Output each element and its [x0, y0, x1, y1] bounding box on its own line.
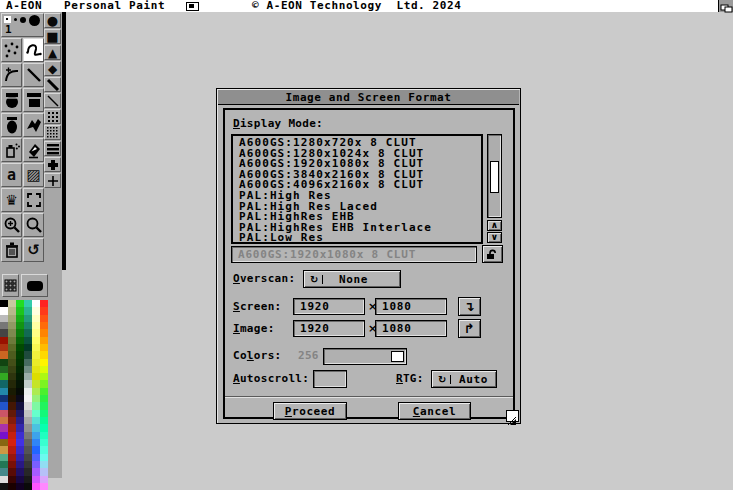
- palette-swatch[interactable]: [0, 424, 8, 431]
- palette-swatch[interactable]: [24, 454, 32, 461]
- autoscroll-checkbox[interactable]: [313, 370, 347, 388]
- palette-swatch[interactable]: [8, 380, 16, 387]
- palette-swatch[interactable]: [0, 454, 8, 461]
- cancel-button[interactable]: Cancel: [398, 402, 471, 420]
- dither-tool[interactable]: ▨: [23, 163, 44, 187]
- palette-swatch[interactable]: [0, 351, 8, 358]
- palette-swatch[interactable]: [8, 395, 16, 402]
- palette-swatch[interactable]: [24, 424, 32, 431]
- palette-swatch[interactable]: [0, 476, 8, 483]
- palette-swatch[interactable]: [32, 454, 40, 461]
- palette-swatch[interactable]: [32, 461, 40, 468]
- copy-screen-to-image-icon[interactable]: ↴: [458, 297, 481, 316]
- palette-swatch[interactable]: [8, 417, 16, 424]
- colors-slider[interactable]: [323, 348, 407, 365]
- palette-swatch[interactable]: [24, 359, 32, 366]
- palette-swatch[interactable]: [16, 322, 24, 329]
- palette-swatch[interactable]: [32, 344, 40, 351]
- palette-swatch[interactable]: [8, 300, 16, 307]
- palette-swatch[interactable]: [32, 417, 40, 424]
- palette-swatch[interactable]: [40, 315, 48, 322]
- menu-program-name[interactable]: Personal Paint: [64, 0, 165, 12]
- palette-swatch[interactable]: [24, 417, 32, 424]
- palette-swatch[interactable]: [32, 322, 40, 329]
- palette-swatch[interactable]: [24, 468, 32, 475]
- palette-swatch[interactable]: [40, 307, 48, 314]
- text-tool[interactable]: a: [1, 163, 22, 187]
- palette-swatch[interactable]: [40, 476, 48, 483]
- palette-swatch[interactable]: [32, 446, 40, 453]
- filled-ellipse-tool[interactable]: [1, 113, 22, 137]
- ellipse-tool[interactable]: [1, 88, 22, 112]
- palette-swatch[interactable]: [16, 329, 24, 336]
- line-thin-button[interactable]: [44, 93, 61, 108]
- palette-swatch[interactable]: [8, 461, 16, 468]
- screen-width-field[interactable]: 1920: [293, 298, 365, 315]
- palette-swatch[interactable]: [40, 322, 48, 329]
- palette-swatch[interactable]: [40, 461, 48, 468]
- palette-swatch[interactable]: [24, 344, 32, 351]
- palette-swatch[interactable]: [40, 439, 48, 446]
- scroll-down-icon[interactable]: ∨: [487, 232, 502, 243]
- palette-swatch[interactable]: [24, 307, 32, 314]
- rtg-cycle-button[interactable]: ↻ Auto: [431, 370, 497, 388]
- palette-swatch[interactable]: [24, 439, 32, 446]
- palette-swatch[interactable]: [0, 483, 8, 490]
- scrollbar-thumb[interactable]: [490, 161, 499, 193]
- palette-swatch[interactable]: [8, 351, 16, 358]
- palette-swatch[interactable]: [16, 337, 24, 344]
- palette-swatch[interactable]: [24, 300, 32, 307]
- palette-swatch[interactable]: [0, 468, 8, 475]
- palette-swatch[interactable]: [8, 446, 16, 453]
- brush-size-selector[interactable]: 1: [1, 13, 44, 37]
- palette-swatch[interactable]: [40, 359, 48, 366]
- shape-diamond-button[interactable]: ◆: [44, 61, 61, 76]
- palette-swatch[interactable]: [24, 351, 32, 358]
- palette-swatch[interactable]: [16, 454, 24, 461]
- palette-swatch[interactable]: [16, 366, 24, 373]
- palette-swatch[interactable]: [0, 432, 8, 439]
- dialog-title[interactable]: Image and Screen Format: [218, 90, 519, 105]
- palette-swatch[interactable]: [40, 417, 48, 424]
- palette-swatch[interactable]: [0, 366, 8, 373]
- palette-swatch[interactable]: [40, 344, 48, 351]
- palette-swatch[interactable]: [32, 410, 40, 417]
- palette-swatch[interactable]: [16, 476, 24, 483]
- palette-swatch[interactable]: [16, 417, 24, 424]
- palette-swatch[interactable]: [8, 373, 16, 380]
- palette-swatch[interactable]: [40, 432, 48, 439]
- plus-bold-button[interactable]: [44, 157, 61, 172]
- palette-swatch[interactable]: [8, 315, 16, 322]
- palette-swatch[interactable]: [32, 315, 40, 322]
- display-mode-scrollbar[interactable]: [487, 134, 502, 218]
- brush-size-3-icon[interactable]: [20, 17, 26, 23]
- palette-swatch[interactable]: [24, 380, 32, 387]
- palette-swatch[interactable]: [16, 468, 24, 475]
- palette-swatch[interactable]: [24, 373, 32, 380]
- palette-swatch[interactable]: [40, 351, 48, 358]
- palette-swatch[interactable]: [16, 461, 24, 468]
- zoom-tool[interactable]: [23, 213, 44, 237]
- palette-swatch[interactable]: [24, 402, 32, 409]
- palette-swatch[interactable]: [24, 322, 32, 329]
- rectangle-tool[interactable]: [23, 88, 44, 112]
- grid-dense-button[interactable]: [44, 125, 61, 140]
- palette-swatch[interactable]: [16, 300, 24, 307]
- scroll-up-icon[interactable]: ∧: [487, 220, 502, 231]
- display-mode-list[interactable]: A600GS:1280x720x 8 CLUTA600GS:1280x1024x…: [231, 134, 483, 244]
- palette-swatch[interactable]: [40, 300, 48, 307]
- palette-swatch[interactable]: [24, 476, 32, 483]
- palette-swatch[interactable]: [24, 337, 32, 344]
- palette-swatch[interactable]: [32, 388, 40, 395]
- palette-swatch[interactable]: [16, 351, 24, 358]
- palette-swatch[interactable]: [32, 439, 40, 446]
- palette-swatch[interactable]: [40, 380, 48, 387]
- airbrush-tool[interactable]: [1, 138, 22, 162]
- selected-mode-field[interactable]: A600GS:1920x1080x 8 CLUT: [231, 246, 477, 263]
- palette-swatch[interactable]: [8, 402, 16, 409]
- palette-swatch[interactable]: [8, 337, 16, 344]
- palette-swatch[interactable]: [0, 388, 8, 395]
- colors-slider-knob[interactable]: [391, 351, 404, 362]
- palette-swatch[interactable]: [16, 439, 24, 446]
- shape-square-button[interactable]: ■: [44, 29, 61, 44]
